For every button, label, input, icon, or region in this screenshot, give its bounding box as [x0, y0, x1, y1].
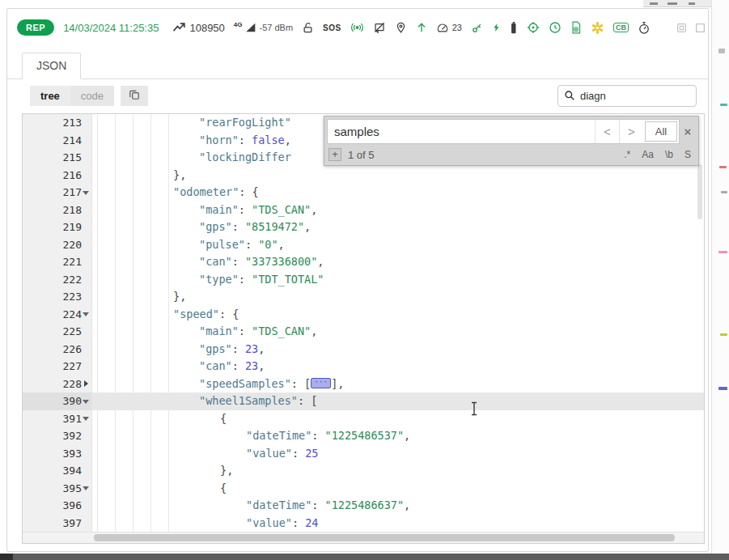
gutter-cell[interactable]: 397	[23, 515, 92, 532]
trend-indicator[interactable]: 108950	[172, 22, 224, 34]
restore-icon[interactable]	[676, 23, 687, 33]
gutter-cell[interactable]: 227	[23, 358, 92, 375]
code-line-content[interactable]: "wheel1Samples": [	[92, 392, 704, 410]
code-line[interactable]: 220"pulse": "0",	[23, 236, 704, 254]
code-line-content[interactable]: "value": 25	[92, 445, 704, 463]
code-line[interactable]: 223},	[23, 288, 704, 306]
gutter-cell[interactable]: 221	[23, 253, 92, 271]
code-line-content[interactable]: "gps": "8519472",	[92, 218, 704, 236]
code-line[interactable]: 226"gps": 23,	[23, 341, 704, 358]
code-line-content[interactable]: "odometer": {	[92, 184, 704, 202]
code-line[interactable]: 392"dateTime": "1225486537",	[23, 427, 704, 445]
fold-widget[interactable]	[82, 397, 91, 406]
gutter-cell[interactable]: 226	[23, 341, 92, 358]
fold-widget[interactable]	[82, 309, 91, 319]
fold-widget[interactable]	[82, 188, 91, 197]
gutter-cell[interactable]: 213	[23, 114, 92, 132]
gutter-cell[interactable]: 393	[23, 445, 92, 463]
gutter-cell[interactable]: 216	[23, 167, 92, 185]
find-next-button[interactable]: >	[619, 120, 643, 143]
find-prev-button[interactable]: <	[595, 120, 619, 143]
tree-mode-button[interactable]: tree	[30, 86, 70, 106]
gutter-cell[interactable]: 391	[23, 410, 92, 428]
fold-widget[interactable]	[82, 379, 91, 388]
stopwatch-indicator[interactable]	[638, 21, 651, 35]
gutter-cell[interactable]: 396	[23, 497, 92, 515]
alert-indicator[interactable]	[591, 21, 604, 35]
gutter-cell[interactable]: 228	[23, 375, 92, 393]
sim-indicator[interactable]	[570, 21, 582, 34]
horizontal-scrollbar-track[interactable]	[23, 532, 704, 543]
key-indicator[interactable]	[471, 22, 483, 34]
collapsed-array-pill[interactable]: ···	[311, 378, 331, 388]
code-line-content[interactable]: "can": 23,	[92, 358, 704, 375]
code-mode-button[interactable]: code	[70, 86, 114, 106]
code-line-content[interactable]: "main": "TDS_CAN",	[92, 202, 704, 219]
code-line-content[interactable]: "value": 24	[92, 515, 704, 532]
signal-indicator[interactable]: 4G -57 dBm	[234, 22, 293, 33]
json-code-editor[interactable]: 213"rearFogLight"214"horn": false,215"lo…	[22, 113, 705, 544]
find-close-button[interactable]: ×	[680, 119, 696, 144]
toggle-replace-button[interactable]: +	[328, 148, 341, 161]
location-indicator[interactable]	[395, 21, 407, 34]
copy-button[interactable]	[121, 86, 148, 106]
gutter-cell[interactable]: 390	[23, 392, 92, 410]
gutter-cell[interactable]: 392	[23, 427, 92, 445]
fold-widget[interactable]	[82, 483, 91, 493]
gutter-cell[interactable]: 217	[23, 184, 92, 202]
code-line-content[interactable]: "gps": 23,	[92, 341, 704, 358]
gutter-cell[interactable]: 394	[23, 462, 92, 480]
code-line[interactable]: 397"value": 24	[23, 515, 704, 532]
upload-indicator[interactable]	[416, 21, 427, 34]
code-line-content[interactable]: "type": "TDT_TOTAL"	[92, 271, 704, 289]
sos-label[interactable]: SOS	[323, 23, 341, 32]
code-line[interactable]: 396"dateTime": "1225486637",	[23, 497, 704, 515]
vertical-scrollbar[interactable]	[697, 164, 702, 219]
power-indicator[interactable]	[492, 21, 501, 34]
gutter-cell[interactable]: 218	[23, 202, 92, 219]
code-line[interactable]: 221"can": "337336800",	[23, 253, 704, 271]
gutter-cell[interactable]: 395	[23, 480, 92, 498]
lock-indicator[interactable]	[302, 22, 314, 34]
gutter-cell[interactable]: 215	[23, 149, 92, 167]
code-line-content[interactable]: },	[92, 462, 704, 480]
code-line[interactable]: 390"wheel1Samples": [	[23, 392, 704, 410]
gutter-cell[interactable]: 222	[23, 271, 92, 289]
code-line-content[interactable]: "pulse": "0",	[92, 236, 704, 254]
clock-indicator[interactable]	[549, 21, 562, 34]
code-line[interactable]: 218"main": "TDS_CAN",	[23, 202, 704, 219]
code-line-content[interactable]: "dateTime": "1225486537",	[92, 427, 704, 445]
code-line-content[interactable]: {	[92, 480, 704, 498]
broadcast-indicator[interactable]	[350, 22, 364, 33]
code-line[interactable]: 228"speedSamples": [···],	[23, 375, 704, 393]
gutter-cell[interactable]: 225	[23, 323, 92, 341]
code-line-content[interactable]: {	[92, 410, 704, 428]
code-line[interactable]: 219"gps": "8519472",	[23, 218, 704, 236]
gutter-cell[interactable]: 223	[23, 288, 92, 306]
maximize-icon[interactable]	[695, 23, 706, 33]
search-input[interactable]	[557, 85, 697, 107]
code-line[interactable]: 395{	[23, 480, 704, 498]
code-line[interactable]: 391{	[23, 410, 704, 428]
horizontal-scrollbar-thumb[interactable]	[94, 534, 675, 541]
gutter-cell[interactable]: 219	[23, 218, 92, 236]
code-line-content[interactable]: },	[92, 167, 704, 185]
code-line-content[interactable]: "speed": {	[92, 306, 704, 324]
gutter-cell[interactable]: 224	[23, 306, 92, 324]
code-line[interactable]: 225"main": "TDS_CAN",	[23, 323, 704, 341]
code-line[interactable]: 393"value": 25	[23, 445, 704, 463]
whole-word-toggle[interactable]: \b	[663, 148, 676, 161]
regex-toggle[interactable]: .*	[621, 148, 633, 161]
code-line[interactable]: 222"type": "TDT_TOTAL"	[23, 271, 704, 289]
cb-indicator[interactable]: CB	[613, 23, 629, 32]
gutter-cell[interactable]: 214	[23, 132, 92, 150]
battery-indicator[interactable]	[510, 21, 518, 35]
code-line[interactable]: 216},	[23, 167, 704, 185]
code-line[interactable]: 224"speed": {	[23, 306, 704, 324]
code-line[interactable]: 217"odometer": {	[23, 184, 704, 202]
code-line-content[interactable]: "main": "TDS_CAN",	[92, 323, 704, 341]
code-line[interactable]: 394},	[23, 462, 704, 480]
code-line-content[interactable]: "can": "337336800",	[92, 253, 704, 271]
find-all-button[interactable]: All	[645, 121, 677, 142]
fold-widget[interactable]	[82, 414, 91, 423]
